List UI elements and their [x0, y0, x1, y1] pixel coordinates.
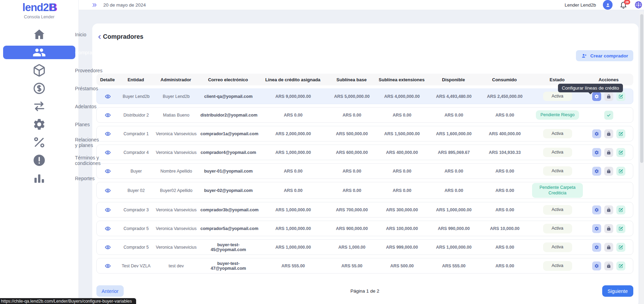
view-detail-eye-icon[interactable]	[105, 244, 111, 250]
table-row: Comprador 3 Veronica Vansevicius comprad…	[96, 202, 633, 218]
table-row: Comprador 1 Veronica Vansevicius comprad…	[96, 126, 633, 141]
table-row: Comprador 5 Veronica Vansevicius comprad…	[96, 221, 633, 236]
lock-button[interactable]	[604, 205, 613, 214]
configure-credit-lines-button[interactable]	[592, 148, 601, 157]
view-detail-eye-icon[interactable]	[105, 93, 111, 100]
page-info: Página 1 de 2	[350, 288, 379, 294]
available-cell: ARS 1,600,000.00	[429, 131, 479, 137]
edit-buyer-button[interactable]	[616, 129, 625, 138]
configure-credit-lines-button[interactable]	[592, 224, 601, 233]
lock-button[interactable]	[604, 243, 613, 252]
entity-cell: Distribuidor 2	[119, 112, 153, 118]
lock-button[interactable]	[604, 148, 613, 157]
view-detail-eye-icon[interactable]	[105, 149, 111, 156]
back-chevron-icon[interactable]	[96, 34, 103, 40]
pagination: Anterior Página 1 de 2 Siguiente	[96, 285, 633, 297]
view-detail-eye-icon[interactable]	[105, 207, 111, 213]
gear-icon	[594, 208, 599, 212]
subline-base-cell: ARS 55.00	[329, 263, 375, 269]
sidebar-item-terminos-y-condiciones[interactable]: Términos y condiciones	[3, 154, 75, 167]
view-detail-eye-icon[interactable]	[105, 187, 111, 194]
suppliers-box-icon	[7, 64, 71, 77]
configure-credit-lines-button[interactable]	[592, 167, 601, 176]
sidebar-item-prestamos[interactable]: Préstamos	[3, 82, 75, 95]
lock-button[interactable]	[604, 92, 613, 101]
lock-button[interactable]	[604, 261, 613, 270]
app-subtitle: Consola Lender	[0, 15, 78, 19]
subline-extensions-cell: ARS 0.00	[375, 187, 429, 194]
configure-credit-lines-button[interactable]	[592, 243, 601, 252]
sidebar-item-compradores[interactable]: Compradores	[3, 46, 75, 59]
scrollbar[interactable]	[640, 11, 644, 304]
credit-line-cell: ARS 0.00	[258, 112, 329, 118]
sidebar-item-planes[interactable]: Planes	[3, 118, 75, 131]
table-row: Buyer Nombre Apellido buyer-01@yopmail.c…	[96, 163, 633, 179]
configure-credit-lines-button[interactable]	[592, 129, 601, 138]
credit-line-cell: ARS 1,000,000.00	[258, 244, 329, 250]
status-badge: Activa	[543, 166, 572, 176]
edit-buyer-button[interactable]	[616, 148, 625, 157]
admin-cell: Nombre Apellido	[153, 168, 199, 174]
view-detail-eye-icon[interactable]	[105, 168, 111, 174]
available-cell: ARS 4,493,480.00	[429, 93, 479, 100]
plans-gear-icon	[7, 118, 71, 131]
sidebar-collapse-icon[interactable]	[92, 2, 97, 8]
create-buyer-button[interactable]: Crear comprador	[576, 50, 633, 61]
configure-credit-lines-button[interactable]	[592, 261, 601, 270]
previous-page-button[interactable]: Anterior	[96, 285, 124, 297]
edit-icon	[618, 131, 623, 136]
configure-credit-lines-button[interactable]	[592, 205, 601, 214]
status-badge: Activa	[543, 242, 572, 252]
sidebar-item-reportes[interactable]: Reportes	[3, 172, 75, 185]
home-icon	[7, 28, 71, 41]
available-cell: ARS 990,000.00	[429, 225, 479, 232]
sidebar-item-relaciones-y-planes[interactable]: Relaciones y planes	[3, 136, 75, 149]
credit-line-cell: ARS 555.00	[258, 263, 329, 269]
view-detail-eye-icon[interactable]	[105, 112, 111, 118]
lock-icon	[606, 226, 611, 231]
avatar[interactable]	[603, 0, 613, 10]
actions-cell	[584, 242, 633, 252]
email-cell: buyer-test-47@yopmail.com	[199, 260, 258, 271]
next-page-button[interactable]: Siguiente	[602, 285, 633, 297]
edit-icon	[618, 150, 623, 155]
view-detail-eye-icon[interactable]	[105, 131, 111, 137]
configure-credit-lines-button[interactable]	[592, 92, 601, 101]
gear-icon	[594, 245, 599, 250]
sidebar-item-adelantos[interactable]: Adelantos	[3, 100, 75, 113]
subline-extensions-cell: ARS 999,000.00	[375, 244, 429, 250]
notifications-button[interactable]: 28	[619, 1, 627, 9]
sidebar-item-proveedores[interactable]: Proveedores	[3, 64, 75, 77]
topbar-right: Lender Lend2b 28	[565, 0, 639, 10]
edit-buyer-button[interactable]	[616, 92, 625, 101]
view-detail-eye-icon[interactable]	[105, 225, 111, 232]
subline-base-cell: ARS 900,000.00	[329, 225, 375, 232]
edit-buyer-button[interactable]	[616, 224, 625, 233]
edit-buyer-button[interactable]	[616, 261, 625, 270]
entity-cell: Comprador 4	[119, 149, 153, 156]
lock-button[interactable]	[604, 224, 613, 233]
column-header-sublinea-base: Sublínea base	[328, 77, 375, 82]
email-cell: comprador5a@yopmail.com	[199, 225, 258, 232]
credit-line-cell: ARS 0.00	[258, 187, 329, 194]
available-cell: ARS 0.00	[429, 168, 479, 174]
available-cell: ARS 0.00	[429, 187, 479, 194]
edit-buyer-button[interactable]	[616, 167, 625, 176]
lock-button[interactable]	[604, 129, 613, 138]
lock-button[interactable]	[604, 167, 613, 176]
column-header-linea-de-credito-asignada: Línea de crédito asignada	[257, 77, 328, 82]
edit-icon	[618, 94, 623, 99]
language-globe-icon[interactable]	[634, 1, 643, 9]
approve-button[interactable]	[604, 111, 613, 120]
lock-icon	[606, 150, 611, 155]
edit-buyer-button[interactable]	[616, 243, 625, 252]
column-header-estado: Estado	[530, 77, 584, 82]
actions-cell	[584, 166, 633, 176]
person-icon	[605, 2, 611, 8]
sidebar-item-inicio[interactable]: Inicio	[3, 28, 75, 41]
edit-buyer-button[interactable]	[616, 205, 625, 214]
view-detail-eye-icon[interactable]	[105, 263, 111, 269]
scrollbar-thumb[interactable]	[640, 14, 643, 163]
configure-credit-lines-tooltip: Configurar líneas de crédito	[558, 84, 623, 92]
logo-text-primary: lend2	[22, 1, 49, 13]
